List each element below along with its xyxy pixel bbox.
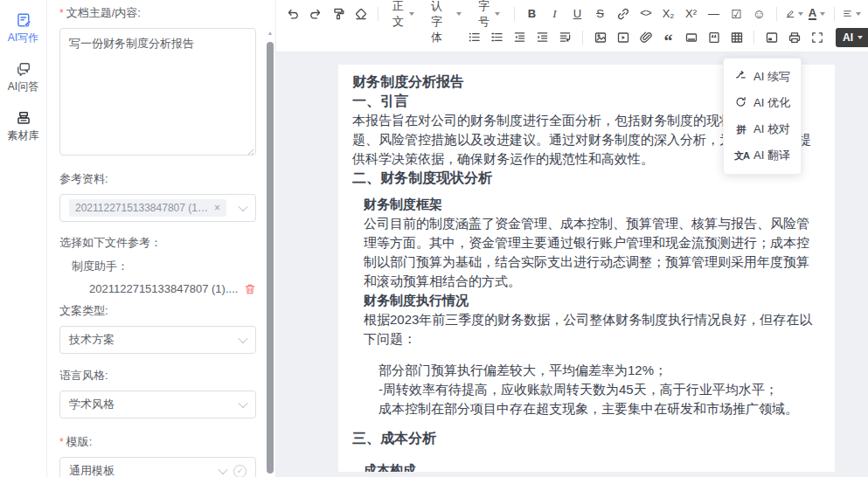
panel-icon[interactable] [760, 27, 782, 48]
template-value: 通用模板 [69, 463, 219, 477]
doc-paragraph: 根据2023年前三季度的财务数据，公司整体财务制度执行情况良好，但存在以下问题： [352, 310, 821, 349]
font-size-select[interactable]: 字号 [470, 3, 508, 24]
doc-list-item: 部分部门预算执行偏差较大，平均偏差率为12%； [352, 361, 821, 380]
ai-optimize-icon [734, 95, 747, 111]
divider-icon[interactable] [680, 27, 702, 48]
topic-input[interactable]: 写一份财务制度分析报告 [59, 28, 256, 156]
video-icon[interactable] [612, 27, 634, 48]
subscript-button[interactable]: X₂ [657, 3, 679, 24]
bullet-list-icon[interactable] [463, 27, 485, 48]
caret-down-icon [856, 12, 861, 16]
template-select[interactable]: 通用模板 ✓ [59, 457, 256, 477]
snippet-icon[interactable] [703, 27, 725, 48]
sidebar-item-material-library[interactable]: 素材库 [8, 110, 39, 143]
doc-subheading: 财务制度执行情况 [352, 291, 821, 310]
font-family-select[interactable]: 默认字体 [423, 3, 469, 24]
chevron-down-icon [218, 465, 227, 474]
indent-increase-icon[interactable] [531, 27, 553, 48]
sidebar-item-ai-qa[interactable]: AI问答 [8, 61, 38, 94]
underline-button[interactable]: U [566, 3, 588, 24]
indent-decrease-icon[interactable] [509, 27, 531, 48]
reference-tag: 2021122715133847807 (1).... × [69, 199, 226, 217]
sidebar-item-label: AI问答 [8, 80, 38, 94]
chevron-down-icon [238, 398, 247, 408]
fullscreen-icon[interactable] [806, 27, 828, 48]
copy-type-select[interactable]: 技术方案 [59, 326, 256, 354]
topic-label: * 文档主题/内容: [59, 5, 256, 21]
inline-code-icon[interactable]: <> [635, 3, 656, 24]
reference-select[interactable]: 2021122715133847807 (1).... × [59, 194, 256, 222]
undo-icon[interactable] [281, 3, 303, 24]
app-window: AI写作 AI问答 素材库 * 文档主题/内容: 写一份财务制度分析报告 参考资… [0, 0, 868, 477]
menu-item-ai-translate[interactable]: 文A AI 翻译 [724, 142, 801, 169]
attachment-icon[interactable] [635, 27, 656, 48]
delete-file-icon[interactable] [244, 283, 256, 295]
menu-item-ai-proofread[interactable]: 拼 AI 校对 [724, 116, 801, 142]
material-library-icon [16, 110, 31, 126]
sidebar-item-ai-writing[interactable]: AI写作 [8, 12, 38, 45]
toolbar-divider [378, 7, 378, 21]
language-style-value: 学术风格 [69, 397, 240, 412]
caret-down-icon [820, 12, 825, 16]
copy-type-value: 技术方案 [69, 332, 240, 348]
highlight-color-icon[interactable] [783, 3, 805, 24]
caret-down-icon [798, 12, 803, 16]
table-icon[interactable] [726, 27, 747, 48]
doc-subheading: 成本构成 [352, 460, 821, 472]
toolbar-row-2: “ AI [463, 25, 863, 49]
template-label: * 模版: [59, 434, 256, 450]
redo-icon[interactable] [304, 3, 326, 24]
print-icon[interactable] [783, 27, 805, 48]
reference-label: 参考资料: [59, 171, 256, 187]
chevron-down-icon [238, 334, 247, 343]
panel-scrollbar[interactable]: ▲ [266, 0, 274, 477]
sidebar-item-label: AI写作 [8, 31, 38, 45]
align-icon[interactable] [841, 3, 863, 24]
paragraph-style-select[interactable]: 正文 [385, 3, 422, 24]
blockquote-icon[interactable]: “ [657, 27, 679, 48]
doc-paragraph: 公司目前的制度涵盖了资金管理、成本控制、预算管理、核算与报告、风险管理等方面。其… [352, 214, 821, 291]
ai-translate-icon: 文A [734, 149, 747, 162]
required-mark: * [59, 7, 64, 19]
emoji-icon[interactable]: ☺ [748, 3, 770, 24]
toolbar-row-1: 正文 默认字体 字号 B I U S <> X₂ X² — ☑ ☺ [281, 2, 863, 25]
link-icon[interactable] [612, 3, 634, 24]
nav-rail: AI写作 AI问答 素材库 [0, 0, 47, 477]
toolbar-divider [834, 7, 835, 21]
editor-toolbar: 正文 默认字体 字号 B I U S <> X₂ X² — ☑ ☺ [276, 0, 868, 52]
italic-button[interactable]: I [544, 3, 566, 24]
doc-list-item: 成本控制在部分项目中存在超支现象，主要集中在研发和市场推广领域。 [352, 399, 821, 418]
file-group-label: 制度助手： [59, 259, 256, 274]
ordered-list-icon[interactable] [486, 27, 508, 48]
eraser-icon[interactable] [350, 3, 372, 24]
check-circle-icon: ✓ [233, 465, 247, 477]
bold-button[interactable]: B [521, 3, 543, 24]
format-painter-icon[interactable] [327, 3, 349, 24]
superscript-button[interactable]: X² [680, 3, 702, 24]
ai-menu-button[interactable]: AI [836, 28, 868, 47]
editor-area: 正文 默认字体 字号 B I U S <> X₂ X² — ☑ ☺ [276, 0, 868, 477]
hanging-indent-icon[interactable] [554, 27, 576, 48]
sidebar-item-label: 素材库 [8, 128, 39, 143]
strikethrough-button[interactable]: S [589, 3, 611, 24]
toolbar-divider [753, 31, 754, 45]
image-icon[interactable] [589, 27, 611, 48]
doc-heading: 三、成本分析 [352, 429, 821, 448]
language-style-select[interactable]: 学术风格 [59, 391, 256, 418]
font-color-icon[interactable]: A [806, 3, 828, 24]
menu-item-ai-optimize[interactable]: AI 优化 [724, 90, 801, 116]
menu-item-ai-continue[interactable]: AI 续写 [724, 64, 801, 90]
scrollbar-thumb[interactable] [267, 42, 274, 474]
required-mark: * [59, 436, 64, 448]
file-reference-label: 选择如下文件参考： [59, 235, 256, 251]
ai-qa-icon [16, 61, 31, 77]
scroll-up-icon[interactable]: ▲ [266, 0, 274, 36]
language-style-label: 语言风格: [59, 368, 256, 384]
toolbar-divider [514, 7, 515, 21]
todo-list-icon[interactable]: ☑ [726, 3, 747, 24]
remove-tag-icon[interactable]: × [214, 202, 220, 214]
caret-down-icon [858, 36, 863, 39]
horizontal-rule-icon[interactable]: — [703, 3, 725, 24]
ai-proofread-icon: 拼 [734, 123, 747, 136]
doc-subheading: 财务制度框架 [352, 195, 821, 214]
